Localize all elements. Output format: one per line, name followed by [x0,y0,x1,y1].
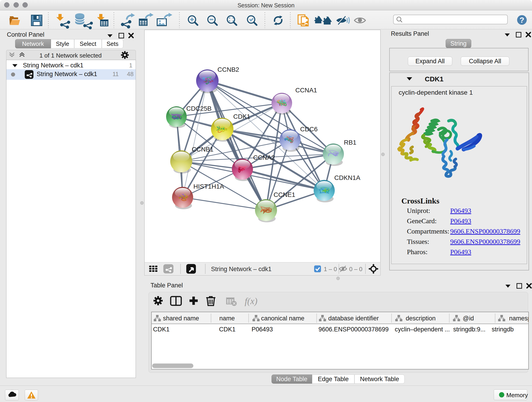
svg-text:@id: @id [463,315,474,322]
svg-text:CDC25B: CDC25B [186,105,211,112]
svg-text:0 – 0: 0 – 0 [349,266,362,273]
svg-text:shared name: shared name [163,315,199,322]
svg-text:CCNB2: CCNB2 [217,66,239,73]
svg-text:description: description [406,315,436,322]
svg-text:?: ? [520,16,525,24]
svg-text:CCNA1: CCNA1 [295,87,317,94]
svg-text:canonical name: canonical name [261,315,304,322]
svg-text:CDK1: CDK1 [233,113,250,120]
svg-text:CCNE1: CCNE1 [273,191,295,198]
svg-text:CDKN1A: CDKN1A [334,174,360,181]
svg-text:CCNA2: CCNA2 [253,154,275,161]
svg-text:namespac: namespac [509,315,528,322]
svg-text:CDC6: CDC6 [300,126,317,133]
svg-text:name: name [219,315,235,322]
svg-text:1 – 0: 1 – 0 [324,266,337,273]
svg-text:HIST1H1A: HIST1H1A [193,183,224,190]
svg-text:CCNB1: CCNB1 [192,146,214,153]
svg-text:database identifier: database identifier [328,315,379,322]
svg-text:f(x): f(x) [245,296,258,306]
svg-text:RB1: RB1 [344,139,356,146]
svg-text:String Network – cdk1: String Network – cdk1 [211,266,272,273]
